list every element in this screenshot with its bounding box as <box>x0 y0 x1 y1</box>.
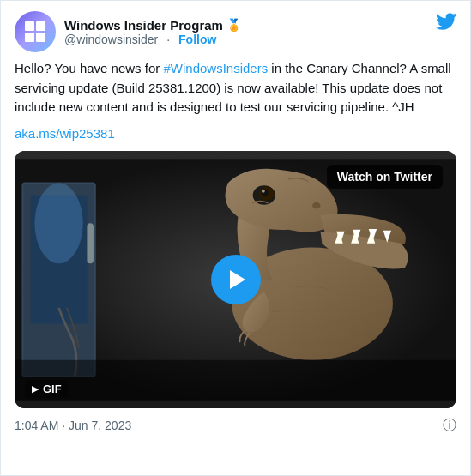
play-button[interactable] <box>211 255 261 304</box>
info-icon[interactable]: ⓘ <box>443 417 456 435</box>
gif-play-icon: ▶ <box>32 384 39 394</box>
tweet-timestamp[interactable]: 1:04 AM · Jun 7, 2023 <box>15 419 131 432</box>
svg-rect-2 <box>25 33 34 42</box>
tweet-link[interactable]: aka.ms/wip25381 <box>15 126 456 141</box>
account-name-row: Windows Insider Program 🏅 <box>64 18 241 33</box>
account-info: Windows Insider Program 🏅 @windowsinside… <box>64 18 241 46</box>
play-triangle-icon <box>230 270 245 289</box>
svg-rect-3 <box>36 33 45 42</box>
account-handle-row: @windowsinsider · Follow <box>64 33 241 46</box>
separator: · <box>166 33 170 46</box>
media-container[interactable]: Watch on Twitter ▶ GIF <box>15 151 456 408</box>
svg-rect-1 <box>36 21 45 31</box>
watch-badge-label: Watch on Twitter <box>337 170 432 184</box>
avatar[interactable] <box>15 11 56 52</box>
verified-badge-icon: 🏅 <box>226 18 241 32</box>
svg-rect-22 <box>15 359 456 400</box>
windows-logo-icon <box>23 20 47 44</box>
avatar-inner <box>15 11 56 52</box>
tweet-card: Windows Insider Program 🏅 @windowsinside… <box>1 1 470 445</box>
svg-point-20 <box>262 189 265 192</box>
gif-text: GIF <box>43 383 62 395</box>
watch-on-twitter-badge[interactable]: Watch on Twitter <box>327 165 443 189</box>
svg-rect-8 <box>87 223 94 263</box>
svg-point-7 <box>34 183 82 263</box>
tweet-body: Hello? You have news for #WindowsInsider… <box>15 59 456 117</box>
gif-label: ▶ GIF <box>25 380 69 398</box>
account-name[interactable]: Windows Insider Program <box>64 18 223 33</box>
svg-rect-0 <box>25 21 34 31</box>
tweet-footer: 1:04 AM · Jun 7, 2023 ⓘ <box>15 417 456 435</box>
tweet-header: Windows Insider Program 🏅 @windowsinside… <box>15 11 456 52</box>
follow-button[interactable]: Follow <box>178 33 216 46</box>
tweet-text-before: Hello? You have news for <box>15 61 163 75</box>
svg-point-21 <box>312 202 320 208</box>
account-handle[interactable]: @windowsinsider <box>64 33 158 46</box>
twitter-logo-icon <box>436 11 456 35</box>
tweet-hashtag[interactable]: #WindowsInsiders <box>163 61 268 75</box>
dino-scene: Watch on Twitter ▶ GIF <box>15 151 456 408</box>
tweet-header-left: Windows Insider Program 🏅 @windowsinside… <box>15 11 241 52</box>
